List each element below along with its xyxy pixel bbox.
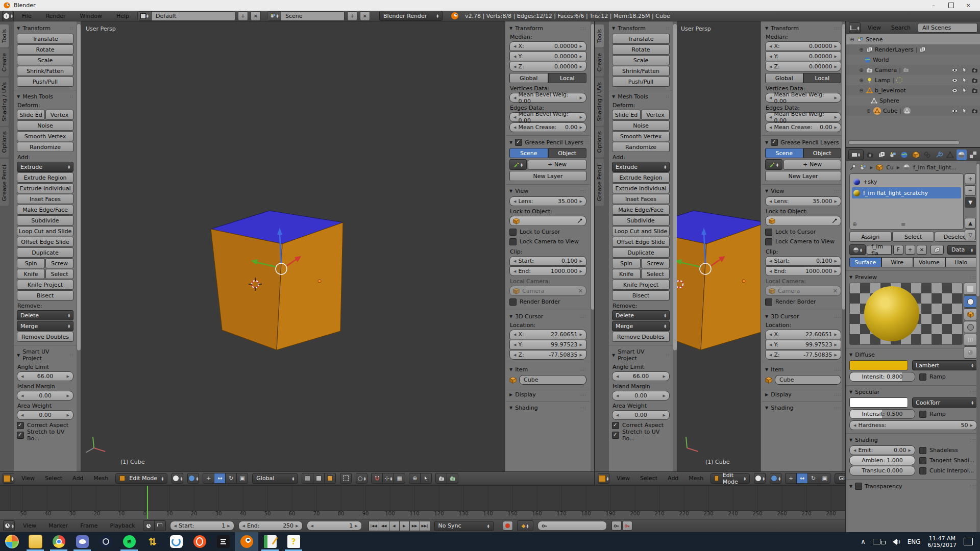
timeline-ruler[interactable]: -50-40-30-20-100102030405060708090100110… — [0, 510, 845, 519]
preview-sphere-button[interactable] — [964, 295, 977, 308]
toolshelf-tab-create[interactable]: Create — [595, 48, 604, 77]
npanel-scrollbar-2[interactable] — [842, 23, 845, 310]
select-button[interactable]: Select — [892, 232, 935, 242]
slot-move-down-button[interactable]: ▽ — [965, 230, 976, 240]
pin-icon[interactable] — [849, 164, 856, 171]
edge-bevel-weight-field[interactable]: ◀Mean Bevel Weig: 0.00▶ — [765, 112, 841, 122]
gp-object-toggle[interactable]: Object — [803, 148, 842, 158]
cursor-panel-header[interactable]: 3D Cursor — [771, 313, 799, 320]
taskbar-epic-games[interactable] — [211, 532, 235, 551]
render-engine-dropdown[interactable]: Blender Render ▲▼ — [379, 11, 443, 21]
global-toggle[interactable]: Global — [765, 73, 803, 83]
preview-world-sphere-button[interactable] — [964, 346, 977, 359]
view3d-editor-type-dropdown[interactable]: ▲▼ — [598, 473, 609, 484]
eyedropper-icon[interactable] — [577, 218, 583, 224]
inset-faces-button[interactable]: Inset Faces — [17, 194, 74, 204]
shading-panel-header[interactable]: Shading — [515, 405, 538, 411]
gp-data-dropdown[interactable]: ▲▼ — [765, 159, 782, 170]
lens-field[interactable]: ◀Lens:35.000▶ — [765, 196, 841, 206]
clear-icon[interactable]: ✕ — [833, 288, 838, 294]
viewport-canvas-1[interactable]: User Persp (1) Cube — [81, 21, 505, 471]
preview-cube-button[interactable] — [964, 308, 977, 320]
outliner-row-camera[interactable]: ⊕ Camera | — [846, 65, 980, 75]
cursor-depth-button[interactable] — [420, 473, 432, 484]
scale-button[interactable]: Scale — [17, 55, 74, 65]
outliner-item-label[interactable]: World — [873, 57, 889, 63]
outliner-row-world[interactable]: World — [846, 55, 980, 65]
remove-doubles-button[interactable]: Remove Doubles — [17, 332, 74, 342]
edge-slide-button[interactable]: Slide Ed — [17, 110, 45, 120]
smooth-vertex-button[interactable]: Smooth Vertex — [17, 131, 74, 141]
screw-button[interactable]: Screw — [45, 258, 74, 268]
gp-new-button[interactable]: +New — [528, 160, 586, 170]
snap-element-dropdown[interactable]: ⊹▲▼ — [382, 473, 394, 484]
stretch-uv-checkbox[interactable] — [612, 432, 619, 439]
loop-cut-button[interactable]: Loop Cut and Slide — [17, 226, 74, 236]
opengl-animation-button[interactable] — [447, 473, 458, 484]
material-slot-flat-light[interactable]: f_im flat_light_scratchy — [852, 187, 961, 198]
vertex-bevel-weight-field[interactable]: ◀Mean Bevel Weig: 0.00▶ — [509, 93, 586, 103]
view3d-menu-select[interactable]: Select — [637, 475, 660, 482]
mesh-tools-panel-header[interactable]: Mesh Tools — [618, 93, 648, 100]
cursor-x-field[interactable]: ◀X:22.60651▶ — [509, 330, 586, 339]
knife-button[interactable]: Knife — [17, 269, 45, 279]
shrink-fatten-button[interactable]: Shrink/Fatten — [17, 66, 74, 76]
rotate-button[interactable]: Rotate — [612, 44, 670, 55]
taskbar-origin[interactable] — [188, 532, 211, 551]
slot-add-button[interactable]: + — [965, 173, 976, 184]
gp-new-layer-button[interactable]: New Layer — [509, 171, 586, 181]
lock-camera-checkbox[interactable] — [509, 238, 517, 245]
gp-object-toggle[interactable]: Object — [548, 148, 587, 158]
rotate-manipulator-button[interactable]: ↻ — [807, 473, 819, 484]
taskbar-steam[interactable] — [94, 532, 117, 551]
properties-editor-type-dropdown[interactable]: ▲▼ — [848, 149, 864, 160]
keying-set-dropdown[interactable]: ◆ ▲▼ — [517, 520, 533, 531]
collapse-icon[interactable]: ⊖ — [859, 88, 864, 93]
diffuse-panel-header[interactable]: Diffuse — [855, 352, 875, 358]
extrude-individual-button[interactable]: Extrude Individual — [612, 183, 670, 193]
timeline-menu-view[interactable]: View — [19, 522, 40, 529]
median-x-field[interactable]: ◀X:0.00000▶ — [509, 41, 586, 51]
layout-delete-button[interactable]: ✕ — [251, 11, 261, 21]
view3d-menu-mesh[interactable]: Mesh — [90, 475, 111, 482]
taskbar-uplay[interactable] — [164, 532, 188, 551]
collapse-icon[interactable]: ⊖ — [849, 37, 855, 42]
clip-start-field[interactable]: ◀Start:0.100▶ — [765, 256, 841, 266]
frame-end-field[interactable]: ◀End: 250▶ — [238, 521, 303, 531]
stretch-uv-checkbox[interactable] — [17, 432, 24, 439]
timeline-menu-playback[interactable]: Playback — [106, 522, 139, 529]
render-border-checkbox[interactable] — [509, 298, 517, 306]
outliner-editor-type-dropdown[interactable]: ▲▼ — [849, 22, 861, 33]
renderability-camera-icon[interactable] — [971, 108, 978, 114]
screen-layout-selector[interactable]: ▲▼ Default — [137, 11, 235, 21]
gp-new-layer-button[interactable]: New Layer — [765, 171, 841, 181]
current-frame-playhead[interactable] — [147, 486, 148, 519]
render-border-checkbox[interactable] — [765, 298, 772, 306]
smart-uv-panel-header[interactable]: Smart UV Project — [618, 348, 664, 362]
specular-ramp-checkbox[interactable] — [919, 411, 926, 418]
outliner-item-label[interactable]: Camera — [875, 67, 897, 73]
snap-target-button[interactable]: ▦ — [394, 473, 405, 484]
clear-icon[interactable]: ✕ — [578, 288, 583, 294]
lock-camera-checkbox[interactable] — [765, 238, 772, 245]
duplicate-button[interactable]: Duplicate — [17, 247, 74, 258]
push-pull-button[interactable]: Push/Pull — [612, 77, 670, 87]
smart-uv-panel-header[interactable]: Smart UV Project — [22, 348, 67, 362]
jump-to-start-button[interactable]: |◀◀ — [369, 521, 379, 531]
lens-field[interactable]: ◀Lens:35.000▶ — [509, 196, 586, 206]
specular-color-swatch[interactable] — [849, 397, 908, 408]
noise-button[interactable]: Noise — [612, 120, 670, 131]
tab-object-data[interactable] — [945, 149, 955, 160]
current-frame-field[interactable]: ◀1▶ — [307, 521, 362, 531]
median-y-field[interactable]: ◀Y:0.00000▶ — [765, 52, 841, 61]
smooth-vertex-button[interactable]: Smooth Vertex — [612, 131, 670, 141]
toolshelf-tab-tools[interactable]: Tools — [0, 24, 9, 47]
merge-menu[interactable]: Merge▲▼ — [612, 321, 670, 331]
knife-select-button[interactable]: Select — [45, 269, 74, 279]
timeline-editor-type-dropdown[interactable]: ▲▼ — [3, 520, 15, 531]
material-type-halo[interactable]: Halo — [945, 257, 977, 267]
tab-modifiers[interactable] — [934, 149, 943, 160]
menu-window[interactable]: Window — [74, 13, 108, 19]
timeline-menu-frame[interactable]: Frame — [76, 522, 102, 529]
toolshelf-tab-grease-pencil[interactable]: Grease Pencil — [595, 159, 604, 206]
